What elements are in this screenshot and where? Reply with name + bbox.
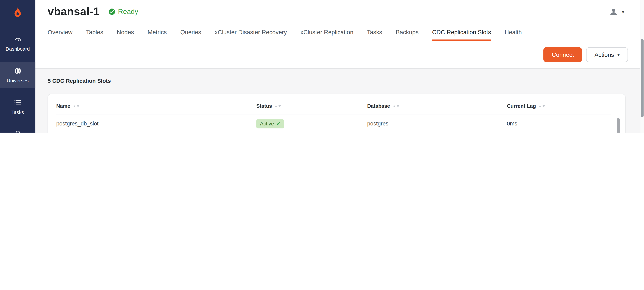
universe-icon <box>13 66 22 75</box>
tab-queries[interactable]: Queries <box>180 24 201 41</box>
app-window: Dashboard Universes Tasks Alerts <box>0 0 644 132</box>
dashboard-icon <box>13 35 22 43</box>
sidebar-item-label: Dashboard <box>6 46 30 52</box>
column-header-database[interactable]: Database <box>367 103 507 109</box>
actions-button[interactable]: Actions ▾ <box>586 47 628 62</box>
user-icon <box>609 7 619 17</box>
sidebar-item-alerts[interactable]: Alerts <box>0 125 35 132</box>
column-header-status[interactable]: Status <box>256 103 367 109</box>
tab-nodes[interactable]: Nodes <box>117 24 134 41</box>
universe-tabs: Overview Tables Nodes Metrics Queries xC… <box>35 24 644 41</box>
tab-tables[interactable]: Tables <box>86 24 103 41</box>
check-icon: ✔ <box>276 121 280 126</box>
sidebar-item-dashboard[interactable]: Dashboard <box>0 30 35 56</box>
tab-xcluster-replication[interactable]: xCluster Replication <box>300 24 353 41</box>
universe-header: vbansal-1 Ready ▾ <box>35 0 644 24</box>
content-area: 5 CDC Replication Slots Name Status Data… <box>35 69 644 132</box>
chevron-down-icon: ▾ <box>617 52 620 58</box>
sort-icon[interactable] <box>73 105 79 107</box>
page-scrollbar[interactable] <box>640 0 644 132</box>
column-header-current-lag[interactable]: Current Lag <box>507 103 611 109</box>
tab-cdc-replication-slots[interactable]: CDC Replication Slots <box>432 24 491 41</box>
bell-icon <box>13 130 22 132</box>
sort-icon[interactable] <box>275 105 281 107</box>
tab-metrics[interactable]: Metrics <box>148 24 167 41</box>
check-circle-icon <box>108 8 116 15</box>
page-title: vbansal-1 <box>48 5 100 18</box>
tab-overview[interactable]: Overview <box>48 24 72 41</box>
sort-icon[interactable] <box>393 105 399 107</box>
sidebar: Dashboard Universes Tasks Alerts <box>0 0 35 132</box>
sidebar-item-universes[interactable]: Universes <box>0 62 35 88</box>
chevron-down-icon[interactable]: ▾ <box>622 9 624 15</box>
slots-count-heading: 5 CDC Replication Slots <box>48 78 626 84</box>
tasks-icon <box>13 98 22 107</box>
table-row[interactable]: postgres_db_slot Active✔ postgres 0ms <box>56 114 611 132</box>
table-scrollbar-thumb[interactable] <box>617 118 620 132</box>
sidebar-item-label: Tasks <box>11 109 24 115</box>
slots-table-card: Name Status Database Current Lag <box>48 94 626 132</box>
slot-database: postgres <box>367 120 507 127</box>
status-badge: Ready <box>108 8 138 16</box>
slot-name: postgres_db_slot <box>56 120 256 127</box>
tab-xcluster-disaster-recovery[interactable]: xCluster Disaster Recovery <box>215 24 287 41</box>
table-header-row: Name Status Database Current Lag <box>56 97 611 114</box>
tab-health[interactable]: Health <box>505 24 522 41</box>
page-scrollbar-thumb[interactable] <box>641 39 644 117</box>
toolbar: Connect Actions ▾ <box>35 41 644 69</box>
tab-tasks[interactable]: Tasks <box>367 24 382 41</box>
yugabyte-logo-icon <box>11 5 24 19</box>
user-menu[interactable] <box>609 7 619 17</box>
tab-backups[interactable]: Backups <box>396 24 419 41</box>
sort-icon[interactable] <box>539 105 545 107</box>
status-text: Ready <box>118 8 138 16</box>
table-scrollbar[interactable] <box>617 118 620 132</box>
sidebar-item-tasks[interactable]: Tasks <box>0 93 35 120</box>
main-area: vbansal-1 Ready ▾ Overview <box>35 0 644 132</box>
sidebar-item-label: Universes <box>7 77 29 83</box>
actions-button-label: Actions <box>594 51 614 58</box>
connect-button[interactable]: Connect <box>544 47 582 62</box>
column-header-name[interactable]: Name <box>56 103 256 109</box>
status-badge: Active✔ <box>256 119 284 128</box>
slot-current-lag: 0ms <box>507 120 611 127</box>
logo[interactable] <box>0 0 35 25</box>
